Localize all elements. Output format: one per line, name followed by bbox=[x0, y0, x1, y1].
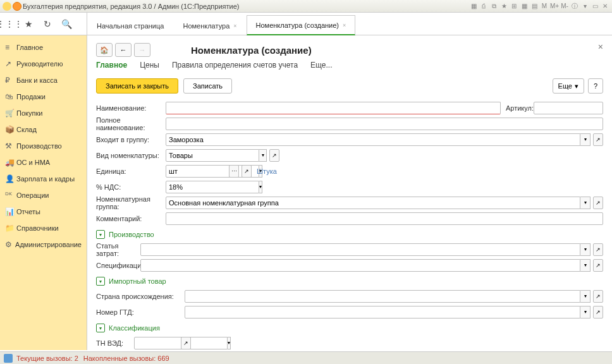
star-icon[interactable]: ★ bbox=[19, 13, 38, 35]
sidebar-item-3[interactable]: 🛍Продажи bbox=[0, 88, 87, 105]
open-icon[interactable]: ↗ bbox=[593, 306, 603, 318]
status-accumulated: Накопленные вызовы: 669 bbox=[83, 355, 169, 362]
chevron-down-icon[interactable]: ▾ bbox=[228, 337, 231, 349]
name-input[interactable] bbox=[166, 102, 501, 114]
titlebar-btn-2[interactable]: ⧉ bbox=[489, 2, 498, 11]
artikul-input[interactable] bbox=[534, 102, 603, 114]
label-comment: Комментарий: bbox=[96, 215, 166, 222]
sidebar-icon: ⚒ bbox=[5, 142, 16, 150]
subtab-rules[interactable]: Правила определения счетов учета bbox=[172, 61, 298, 73]
tab-nomenclature-create[interactable]: Номенклатура (создание)× bbox=[247, 15, 356, 35]
fullname-input[interactable] bbox=[166, 118, 603, 130]
back-button[interactable]: ← bbox=[115, 43, 132, 57]
main-form: × 🏠 ← → Номенклатура (создание) Главное … bbox=[87, 35, 612, 350]
section-import[interactable]: ▾ Импортный товар bbox=[96, 274, 603, 288]
label-name: Наименование: bbox=[96, 104, 166, 112]
tab-nomenclature[interactable]: Номенклатура× bbox=[173, 15, 246, 35]
chevron-down-icon[interactable]: ▾ bbox=[580, 197, 591, 209]
chevron-down-icon[interactable]: ▾ bbox=[580, 133, 591, 146]
label-vat: % НДС: bbox=[96, 183, 166, 191]
cost-input[interactable] bbox=[140, 243, 580, 256]
open-icon[interactable]: ↗ bbox=[593, 133, 603, 146]
chevron-down-icon[interactable]: ▾ bbox=[259, 181, 262, 193]
label-artikul: Артикул: bbox=[506, 104, 534, 112]
chevron-down-icon[interactable]: ▾ bbox=[580, 306, 591, 318]
chevron-down-icon[interactable]: ▾ bbox=[580, 259, 591, 272]
subtab-more[interactable]: Еще... bbox=[310, 61, 332, 73]
open-icon[interactable]: ↗ bbox=[181, 337, 191, 349]
open-icon[interactable]: ↗ bbox=[593, 197, 603, 209]
chevron-down-icon[interactable]: ▾ bbox=[580, 290, 591, 303]
comment-input[interactable] bbox=[166, 212, 603, 225]
sidebar: ≡Главное↗Руководителю₽Банк и касса🛍Прода… bbox=[0, 35, 87, 350]
titlebar-btn-12[interactable]: ▭ bbox=[591, 2, 599, 11]
vat-input[interactable] bbox=[166, 181, 259, 193]
save-button[interactable]: Записать bbox=[183, 78, 232, 94]
nomgroup-input[interactable] bbox=[166, 197, 580, 209]
titlebar-btn-4[interactable]: ⊞ bbox=[510, 2, 518, 11]
close-icon[interactable]: × bbox=[343, 22, 346, 28]
titlebar-btn-11[interactable]: ▾ bbox=[580, 2, 589, 11]
titlebar-btn-6[interactable]: ▤ bbox=[530, 2, 539, 11]
titlebar-btn-1[interactable]: ⎙ bbox=[479, 2, 488, 11]
save-close-button[interactable]: Записать и закрыть bbox=[96, 78, 178, 94]
subtab-prices[interactable]: Цены bbox=[140, 61, 159, 73]
titlebar-btn-3[interactable]: ★ bbox=[499, 2, 508, 11]
sidebar-item-5[interactable]: 📦Склад bbox=[0, 121, 87, 138]
sidebar-icon: 🛍 bbox=[5, 92, 16, 101]
country-input[interactable] bbox=[185, 290, 580, 303]
main-toolbar: ⋮⋮⋮ ★ ↻ 🔍 Начальная страница Номенклатур… bbox=[0, 13, 612, 35]
app-icon-1c bbox=[3, 2, 11, 11]
tab-start[interactable]: Начальная страница bbox=[87, 15, 173, 35]
chevron-down-icon[interactable]: ▾ bbox=[259, 149, 267, 162]
sidebar-item-11[interactable]: 📁Справочники bbox=[0, 220, 87, 236]
open-icon[interactable]: ↗ bbox=[593, 243, 603, 256]
sidebar-item-6[interactable]: ⚒Производство bbox=[0, 138, 87, 154]
apps-icon[interactable]: ⋮⋮⋮ bbox=[0, 13, 19, 35]
open-icon[interactable]: ↗ bbox=[242, 165, 252, 178]
history-icon[interactable]: ↻ bbox=[38, 13, 57, 35]
titlebar-btn-5[interactable]: ▦ bbox=[520, 2, 529, 11]
sidebar-item-0[interactable]: ≡Главное bbox=[0, 39, 87, 56]
group-input[interactable] bbox=[166, 133, 580, 146]
titlebar-btn-0[interactable]: ▦ bbox=[469, 2, 478, 11]
home-button[interactable]: 🏠 bbox=[96, 43, 113, 57]
close-icon[interactable]: × bbox=[233, 23, 236, 29]
titlebar-btn-10[interactable]: ⓘ bbox=[570, 2, 579, 11]
more-button[interactable]: Еще▾ bbox=[553, 78, 584, 94]
section-classification[interactable]: ▾ Классификация bbox=[96, 321, 603, 335]
open-icon[interactable]: ↗ bbox=[269, 149, 279, 162]
sidebar-icon: ⚙ bbox=[5, 240, 15, 249]
sidebar-item-4[interactable]: 🛒Покупки bbox=[0, 105, 87, 121]
sidebar-item-2[interactable]: ₽Банк и касса bbox=[0, 72, 87, 88]
sidebar-item-7[interactable]: 🚚ОС и НМА bbox=[0, 154, 87, 171]
open-icon[interactable]: ↗ bbox=[593, 290, 603, 303]
sidebar-item-10[interactable]: 📊Отчеты bbox=[0, 203, 87, 220]
titlebar-btn-9[interactable]: M- bbox=[560, 2, 569, 11]
titlebar-btn-7[interactable]: M bbox=[540, 2, 549, 11]
gtd-input[interactable] bbox=[185, 306, 580, 318]
chevron-down-icon[interactable]: ▾ bbox=[580, 243, 591, 256]
titlebar-btn-8[interactable]: M+ bbox=[550, 2, 559, 11]
label-gtd: Номер ГТД: bbox=[96, 308, 185, 316]
spec-input[interactable] bbox=[140, 259, 580, 272]
open-icon[interactable]: ↗ bbox=[593, 259, 603, 272]
sidebar-item-12[interactable]: ⚙Администрирование bbox=[0, 236, 87, 253]
help-button[interactable]: ? bbox=[588, 78, 603, 94]
label-country: Страна происхождения: bbox=[96, 293, 185, 300]
app-icon-arrow bbox=[13, 2, 21, 11]
close-form-icon[interactable]: × bbox=[598, 42, 603, 52]
sidebar-label: Продажи bbox=[16, 93, 46, 100]
forward-button[interactable]: → bbox=[134, 43, 150, 57]
list-icon[interactable]: ⋯ bbox=[229, 165, 239, 178]
titlebar-btn-13[interactable]: ✕ bbox=[601, 2, 609, 11]
section-production[interactable]: ▾ Производство bbox=[96, 228, 603, 241]
sidebar-item-9[interactable]: ᴰᴷОперации bbox=[0, 187, 87, 203]
sidebar-item-1[interactable]: ↗Руководителю bbox=[0, 56, 87, 72]
sidebar-label: Руководителю bbox=[16, 60, 63, 68]
search-icon[interactable]: 🔍 bbox=[57, 13, 76, 35]
subtab-main[interactable]: Главное bbox=[96, 61, 127, 73]
sidebar-item-8[interactable]: 👤Зарплата и кадры bbox=[0, 171, 87, 187]
sidebar-icon: 👤 bbox=[5, 174, 16, 183]
kind-input[interactable] bbox=[166, 149, 259, 162]
